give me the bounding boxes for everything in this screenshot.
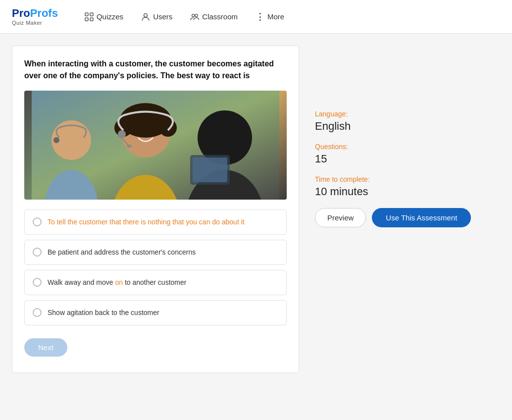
svg-point-18 <box>118 130 126 138</box>
main-nav: Quizzes Users Classroom <box>78 8 291 25</box>
nav-classroom-label: Classroom <box>202 12 238 21</box>
svg-rect-1 <box>90 13 93 16</box>
question-image <box>24 91 287 200</box>
question-text: When interacting with a customer, the cu… <box>24 58 287 82</box>
app-header: ProProfs Quiz Maker Quizzes <box>0 0 512 34</box>
quiz-panel: When interacting with a customer, the cu… <box>12 46 299 373</box>
nav-more[interactable]: ⋮ More <box>249 8 291 25</box>
use-assessment-button[interactable]: Use This Assessment <box>372 208 471 227</box>
radio-4 <box>33 308 42 317</box>
main-content: When interacting with a customer, the cu… <box>0 34 512 385</box>
time-section: Time to complete: 10 minutes <box>315 175 500 198</box>
logo-profs: Profs <box>30 7 58 19</box>
logo-pro: Pro <box>12 7 30 19</box>
language-label: Language: <box>315 110 500 118</box>
svg-rect-2 <box>85 18 88 21</box>
answer-option-3[interactable]: Walk away and move on to another custome… <box>24 270 287 295</box>
svg-rect-24 <box>193 158 227 182</box>
nav-more-label: More <box>267 12 284 21</box>
svg-point-10 <box>53 137 59 143</box>
questions-value: 15 <box>315 153 500 165</box>
dots-icon: ⋮ <box>256 12 264 21</box>
next-button[interactable]: Next <box>24 338 67 357</box>
nav-users[interactable]: Users <box>134 8 179 25</box>
language-section: Language: English <box>315 110 500 133</box>
sidebar: Language: English Questions: 15 Time to … <box>315 46 500 373</box>
svg-rect-0 <box>85 13 88 16</box>
answer-text-2: Be patient and address the customer's co… <box>48 247 196 258</box>
time-value: 10 minutes <box>315 185 500 198</box>
logo-text: ProProfs <box>12 7 58 19</box>
radio-3 <box>33 278 42 287</box>
user-icon <box>141 12 150 21</box>
answer-option-4[interactable]: Show agitation back to the customer <box>24 300 287 325</box>
answer-option-1[interactable]: To tell the customer that there is nothi… <box>24 210 287 235</box>
users-icon <box>190 12 199 21</box>
answer-option-2[interactable]: Be patient and address the customer's co… <box>24 240 287 265</box>
svg-rect-3 <box>90 18 93 21</box>
radio-2 <box>33 248 42 257</box>
nav-quizzes-label: Quizzes <box>97 12 123 21</box>
radio-1 <box>33 217 42 226</box>
svg-point-5 <box>192 14 195 16</box>
logo-subtitle: Quiz Maker <box>12 20 58 26</box>
answer-text-3: Walk away and move on to another custome… <box>48 277 186 288</box>
language-value: English <box>315 120 500 133</box>
sidebar-actions: Preview Use This Assessment <box>315 208 500 227</box>
logo: ProProfs Quiz Maker <box>12 7 58 25</box>
time-label: Time to complete: <box>315 175 500 183</box>
answer-text-1: To tell the customer that there is nothi… <box>48 217 245 227</box>
nav-users-label: Users <box>153 12 172 21</box>
svg-point-4 <box>144 13 148 17</box>
nav-classroom[interactable]: Classroom <box>183 8 245 25</box>
svg-point-20 <box>127 145 132 148</box>
questions-section: Questions: 15 <box>315 143 500 165</box>
preview-button[interactable]: Preview <box>315 208 366 227</box>
questions-label: Questions: <box>315 143 500 151</box>
svg-point-6 <box>195 14 198 16</box>
nav-quizzes[interactable]: Quizzes <box>78 8 130 25</box>
grid-icon <box>85 12 94 21</box>
answer-text-4: Show agitation back to the customer <box>48 308 159 318</box>
